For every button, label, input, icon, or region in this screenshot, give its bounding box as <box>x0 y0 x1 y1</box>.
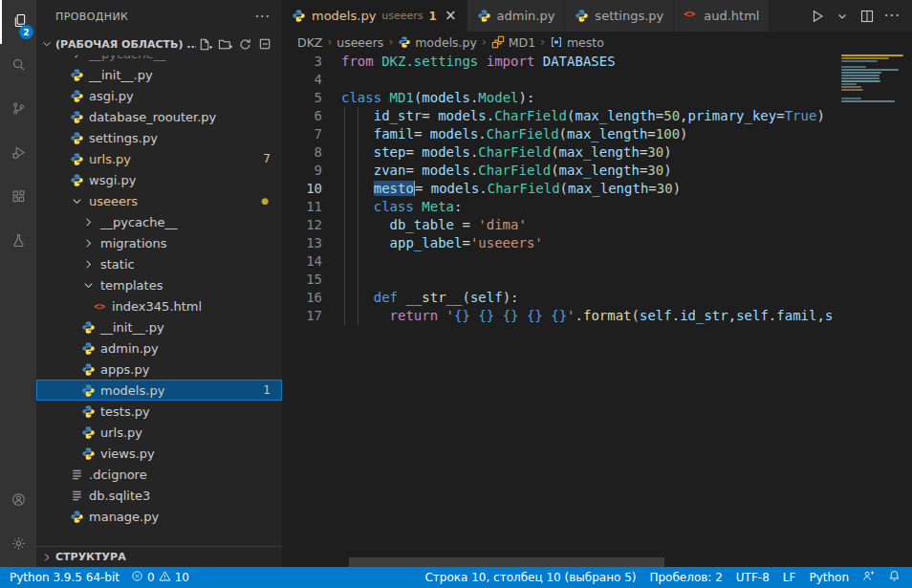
breadcrumb-useeers[interactable]: useeers <box>337 35 383 50</box>
collapse-folders-icon[interactable] <box>258 37 272 52</box>
code-token: models <box>438 108 487 123</box>
code-token: import <box>487 54 535 69</box>
tree-file--dcignore[interactable]: .dcignore <box>36 464 282 485</box>
activitybar-run-debug[interactable] <box>0 132 36 176</box>
chevron-right-icon <box>69 55 84 61</box>
tree-file-tests-py[interactable]: tests.py <box>36 401 282 422</box>
accounts-icon <box>11 492 26 511</box>
tree-folder-templates[interactable]: templates <box>36 274 282 295</box>
code-token: CharField <box>478 144 551 160</box>
new-folder-icon[interactable] <box>218 37 232 52</box>
tree-item-label: useeers <box>89 194 138 208</box>
tree-item-label: templates <box>100 278 163 293</box>
activitybar-accounts[interactable] <box>0 479 36 523</box>
tab-label: models.py <box>312 9 376 23</box>
status-bar-right: Строка 10, столбец 10 (выбрано 5)Пробело… <box>424 570 912 585</box>
tree-file-asgi-py[interactable]: asgi.py <box>36 85 282 106</box>
minimap[interactable] <box>841 53 903 567</box>
breadcrumb-mesto[interactable]: mesto <box>550 35 604 50</box>
tree-folder-useeers[interactable]: useeers● <box>36 190 282 211</box>
tree-file--init-py[interactable]: __init__.py <box>36 316 282 338</box>
minimap-line <box>841 100 895 102</box>
breadcrumb-md1[interactable]: MD1 <box>491 35 535 50</box>
status-python-interpreter[interactable]: Python 3.9.5 64-bit <box>10 571 119 584</box>
split-editor-icon[interactable] <box>859 9 875 24</box>
run-dropdown-icon[interactable] <box>835 9 850 24</box>
activitybar-testing[interactable] <box>0 220 36 264</box>
activitybar-explorer[interactable]: 2 <box>0 0 36 44</box>
tab-label: settings.py <box>595 9 663 23</box>
code-token: primary_key <box>688 108 777 123</box>
tree-file-database-roouter-py[interactable]: database_roouter.py <box>36 106 282 127</box>
activitybar-search[interactable] <box>0 44 36 88</box>
tab-admin-py[interactable]: admin.py <box>467 0 566 32</box>
tree-file-urls-py[interactable]: urls.py <box>36 422 282 443</box>
new-file-icon[interactable] <box>198 37 212 52</box>
status-eol-sequence[interactable]: LF <box>783 571 796 584</box>
tab-label: admin.py <box>497 9 555 23</box>
tab-problems-badge: 1 <box>429 10 437 23</box>
code-token: db_table <box>390 217 454 232</box>
horizontal-scrollbar[interactable] <box>349 557 664 567</box>
explorer-more-actions-icon[interactable]: ··· <box>255 9 271 24</box>
activitybar-source-control[interactable] <box>0 88 36 132</box>
tree-file--init-py[interactable]: __init__.py <box>36 64 282 85</box>
status-language-mode[interactable]: Python <box>809 571 849 584</box>
status-cursor-position[interactable]: Строка 10, столбец 10 (выбрано 5) <box>424 571 636 584</box>
tree-folder-migrations[interactable]: migrations <box>36 232 282 253</box>
code-token: Meta <box>422 199 454 214</box>
refresh-explorer-icon[interactable] <box>238 37 252 52</box>
run-python-file-icon[interactable] <box>810 9 825 24</box>
tab-settings-py[interactable]: settings.py <box>565 0 674 32</box>
tab-aud-html[interactable]: <>aud.html <box>674 0 770 32</box>
clipped-tree-row: __pycache__ <box>36 55 282 64</box>
tree-file-models-py[interactable]: models.py1 <box>36 380 282 401</box>
tree-folder--pycache-[interactable]: __pycache__ <box>36 55 282 64</box>
tree-file-db-sqlite3[interactable]: db.sqlite3 <box>36 485 282 506</box>
activitybar-settings-gear[interactable] <box>0 523 36 567</box>
tree-item-label: asgi.py <box>89 89 134 103</box>
code-line: class Meta: <box>341 198 912 216</box>
tree-file-views-py[interactable]: views.py <box>36 443 282 464</box>
editor-content[interactable]: 34567891011121314151617 from DKZ.setting… <box>282 53 912 567</box>
tree-item-label: admin.py <box>100 341 159 356</box>
tree-file-apps-py[interactable]: apps.py <box>36 359 282 380</box>
code-line: famil= models.CharField(max_length=100) <box>341 125 912 143</box>
breadcrumb-label: models.py <box>415 35 477 50</box>
activitybar-extensions[interactable] <box>0 176 36 220</box>
html-file-icon: <> <box>684 9 698 23</box>
tree-folder--pycache-[interactable]: __pycache__ <box>36 211 282 232</box>
tree-file-settings-py[interactable]: settings.py <box>36 127 282 148</box>
close-icon[interactable]: × <box>445 9 457 23</box>
minimap-line <box>841 72 881 74</box>
code-token <box>438 308 445 323</box>
tree-folder-static[interactable]: static <box>36 253 282 274</box>
line-number: 13 <box>282 234 322 252</box>
code-token: CharField <box>494 108 567 123</box>
status-feedback[interactable] <box>862 570 875 585</box>
breadcrumb-models-py[interactable]: models.py <box>398 35 477 50</box>
status-notifications[interactable] <box>888 570 901 585</box>
tree-file-admin-py[interactable]: admin.py <box>36 338 282 359</box>
chevron-down-icon <box>80 277 96 293</box>
tree-file-urls-py[interactable]: urls.py7 <box>36 148 282 169</box>
breadcrumb-label: DKZ <box>297 35 322 50</box>
status-problems[interactable]: 010 <box>131 570 189 585</box>
workspace-section-header[interactable]: (РАБОЧАЯ ОБЛАСТЬ) ... <box>36 33 282 55</box>
outline-section-header[interactable]: СТРУКТУРА <box>36 546 282 567</box>
status-indentation[interactable]: Пробелов: 2 <box>649 571 722 584</box>
code-token: {} <box>503 308 519 323</box>
problems-count-badge: 1 <box>263 383 271 397</box>
breadcrumb-dkz[interactable]: DKZ <box>297 35 322 50</box>
tab-models-py[interactable]: models.pyuseeers1× <box>282 0 467 32</box>
code-line: zvan= models.CharField(max_length=30) <box>341 162 912 180</box>
tree-file-manage-py[interactable]: manage.py <box>36 506 282 527</box>
tree-file-wsgi-py[interactable]: wsgi.py <box>36 169 282 190</box>
more-editor-actions-icon[interactable]: ··· <box>884 8 901 25</box>
activitybar-badge: 2 <box>19 25 33 39</box>
breadcrumb-separator: › <box>325 35 334 49</box>
line-number: 17 <box>282 307 322 325</box>
tree-file-index345-html[interactable]: <>index345.html <box>36 295 282 316</box>
code-area: 34567891011121314151617 from DKZ.setting… <box>282 53 912 325</box>
status-encoding[interactable]: UTF-8 <box>736 571 770 584</box>
